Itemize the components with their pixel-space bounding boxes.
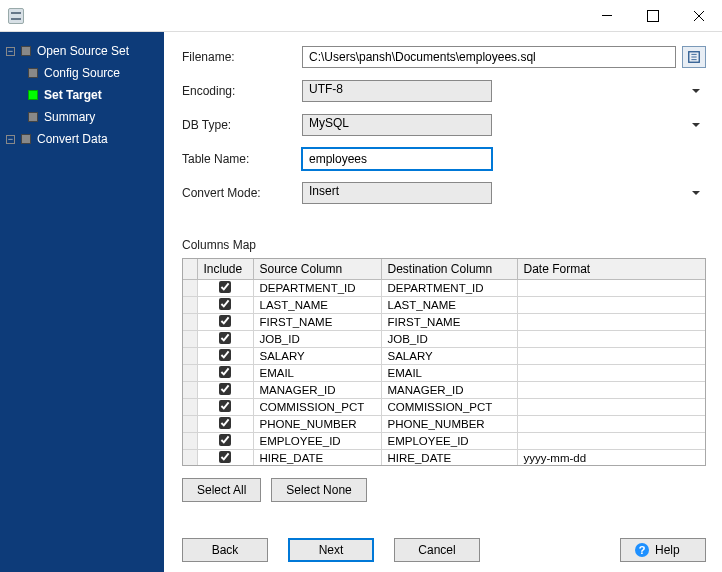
datefmt-cell[interactable] <box>517 296 705 313</box>
table-row[interactable]: LAST_NAMELAST_NAME <box>183 296 705 313</box>
source-cell[interactable]: LAST_NAME <box>253 296 381 313</box>
include-checkbox[interactable] <box>219 281 231 293</box>
select-none-button[interactable]: Select None <box>271 478 366 502</box>
source-cell[interactable]: COMMISSION_PCT <box>253 398 381 415</box>
sidebar-item-convert-data[interactable]: Convert Data <box>0 128 164 150</box>
include-checkbox[interactable] <box>219 383 231 395</box>
include-cell[interactable] <box>197 364 253 381</box>
filename-input[interactable] <box>302 46 676 68</box>
dest-cell[interactable]: HIRE_DATE <box>381 449 517 466</box>
include-cell[interactable] <box>197 347 253 364</box>
sidebar-item-config-source[interactable]: Config Source <box>0 62 164 84</box>
sidebar-item-summary[interactable]: Summary <box>0 106 164 128</box>
include-checkbox[interactable] <box>219 349 231 361</box>
dest-cell[interactable]: DEPARTMENT_ID <box>381 279 517 296</box>
column-header-include[interactable]: Include <box>197 259 253 279</box>
sidebar-item-set-target[interactable]: Set Target <box>0 84 164 106</box>
source-cell[interactable]: EMPLOYEE_ID <box>253 432 381 449</box>
source-cell[interactable]: EMAIL <box>253 364 381 381</box>
dest-cell[interactable]: SALARY <box>381 347 517 364</box>
include-cell[interactable] <box>197 313 253 330</box>
row-header-cell <box>183 381 197 398</box>
include-cell[interactable] <box>197 415 253 432</box>
include-cell[interactable] <box>197 398 253 415</box>
dest-cell[interactable]: EMPLOYEE_ID <box>381 432 517 449</box>
datefmt-cell[interactable] <box>517 330 705 347</box>
sidebar-item-open-source-set[interactable]: Open Source Set <box>0 40 164 62</box>
minimize-button[interactable] <box>584 0 630 32</box>
dbtype-label: DB Type: <box>182 118 292 132</box>
source-cell[interactable]: HIRE_DATE <box>253 449 381 466</box>
table-row[interactable]: SALARYSALARY <box>183 347 705 364</box>
browse-file-button[interactable] <box>682 46 706 68</box>
datefmt-cell[interactable] <box>517 313 705 330</box>
row-header-cell <box>183 449 197 466</box>
include-cell[interactable] <box>197 279 253 296</box>
source-cell[interactable]: DEPARTMENT_ID <box>253 279 381 296</box>
include-checkbox[interactable] <box>219 332 231 344</box>
select-all-button[interactable]: Select All <box>182 478 261 502</box>
include-checkbox[interactable] <box>219 434 231 446</box>
include-cell[interactable] <box>197 381 253 398</box>
datefmt-cell[interactable] <box>517 415 705 432</box>
help-button[interactable]: ? Help <box>620 538 706 562</box>
source-cell[interactable]: PHONE_NUMBER <box>253 415 381 432</box>
source-cell[interactable]: MANAGER_ID <box>253 381 381 398</box>
next-button[interactable]: Next <box>288 538 374 562</box>
table-row[interactable]: JOB_IDJOB_ID <box>183 330 705 347</box>
dest-cell[interactable]: EMAIL <box>381 364 517 381</box>
encoding-dropdown[interactable]: UTF-8 <box>302 80 706 102</box>
encoding-label: Encoding: <box>182 84 292 98</box>
back-button[interactable]: Back <box>182 538 268 562</box>
include-checkbox[interactable] <box>219 298 231 310</box>
column-header-datefmt[interactable]: Date Format <box>517 259 705 279</box>
datefmt-cell[interactable]: yyyy-mm-dd <box>517 449 705 466</box>
dbtype-dropdown[interactable]: MySQL <box>302 114 706 136</box>
dest-cell[interactable]: MANAGER_ID <box>381 381 517 398</box>
source-cell[interactable]: SALARY <box>253 347 381 364</box>
source-cell[interactable]: JOB_ID <box>253 330 381 347</box>
cancel-button[interactable]: Cancel <box>394 538 480 562</box>
table-row[interactable]: EMAILEMAIL <box>183 364 705 381</box>
column-header-source[interactable]: Source Column <box>253 259 381 279</box>
include-cell[interactable] <box>197 330 253 347</box>
tree-expander-icon[interactable] <box>6 135 15 144</box>
include-checkbox[interactable] <box>219 417 231 429</box>
dest-cell[interactable]: JOB_ID <box>381 330 517 347</box>
close-button[interactable] <box>676 0 722 32</box>
include-cell[interactable] <box>197 432 253 449</box>
tablename-input[interactable] <box>302 148 492 170</box>
datefmt-cell[interactable] <box>517 432 705 449</box>
table-row[interactable]: HIRE_DATEHIRE_DATEyyyy-mm-dd <box>183 449 705 466</box>
dest-cell[interactable]: COMMISSION_PCT <box>381 398 517 415</box>
include-cell[interactable] <box>197 296 253 313</box>
table-row[interactable]: DEPARTMENT_IDDEPARTMENT_ID <box>183 279 705 296</box>
convertmode-dropdown[interactable]: Insert <box>302 182 706 204</box>
table-row[interactable]: COMMISSION_PCTCOMMISSION_PCT <box>183 398 705 415</box>
columns-map-title: Columns Map <box>182 238 706 252</box>
dest-cell[interactable]: LAST_NAME <box>381 296 517 313</box>
step-indicator-icon <box>21 46 31 56</box>
row-header-cell <box>183 415 197 432</box>
datefmt-cell[interactable] <box>517 381 705 398</box>
datefmt-cell[interactable] <box>517 347 705 364</box>
maximize-button[interactable] <box>630 0 676 32</box>
dest-cell[interactable]: PHONE_NUMBER <box>381 415 517 432</box>
source-cell[interactable]: FIRST_NAME <box>253 313 381 330</box>
table-row[interactable]: PHONE_NUMBERPHONE_NUMBER <box>183 415 705 432</box>
column-header-dest[interactable]: Destination Column <box>381 259 517 279</box>
include-cell[interactable] <box>197 449 253 466</box>
include-checkbox[interactable] <box>219 400 231 412</box>
table-row[interactable]: FIRST_NAMEFIRST_NAME <box>183 313 705 330</box>
datefmt-cell[interactable] <box>517 279 705 296</box>
include-checkbox[interactable] <box>219 451 231 463</box>
table-row[interactable]: MANAGER_IDMANAGER_ID <box>183 381 705 398</box>
datefmt-cell[interactable] <box>517 364 705 381</box>
tree-expander-icon[interactable] <box>6 47 15 56</box>
datefmt-cell[interactable] <box>517 398 705 415</box>
include-checkbox[interactable] <box>219 366 231 378</box>
table-row[interactable]: EMPLOYEE_IDEMPLOYEE_ID <box>183 432 705 449</box>
include-checkbox[interactable] <box>219 315 231 327</box>
dest-cell[interactable]: FIRST_NAME <box>381 313 517 330</box>
step-indicator-icon <box>28 68 38 78</box>
